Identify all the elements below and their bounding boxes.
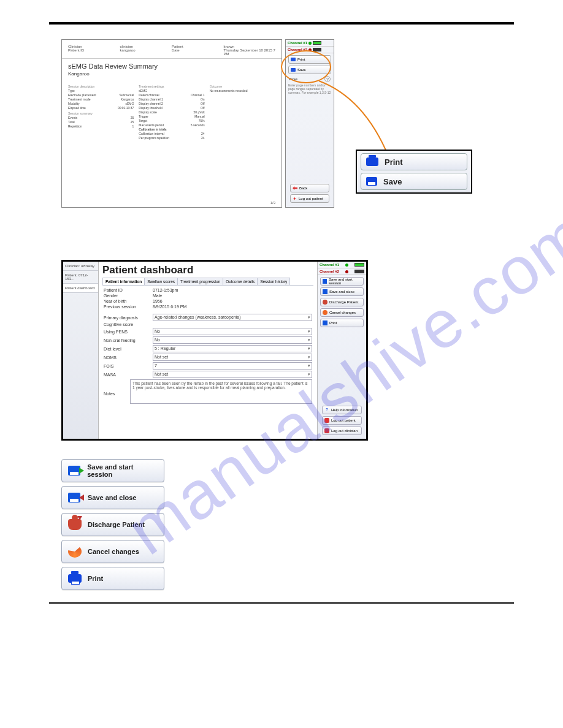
report-header: Clinician clinician Patient known Patien… <box>62 40 282 59</box>
figure-semg-review: Clinician clinician Patient known Patien… <box>49 39 514 229</box>
noms-select[interactable]: Not set▾ <box>153 354 312 361</box>
page-indicator: 1/3 <box>270 201 275 205</box>
print-button[interactable]: Print <box>320 319 364 327</box>
dashboard-right-panel: Channel #1 Channel #2 Save and start ses… <box>317 262 366 439</box>
channel-2-status: Channel #2 <box>286 47 334 53</box>
channel-1-status: Channel #1 <box>286 40 334 47</box>
battery-icon <box>313 48 321 51</box>
yob-value: 1956 <box>153 299 312 303</box>
masa-select[interactable]: Not set▾ <box>153 371 312 378</box>
save-start-button[interactable]: Save and start session <box>320 277 364 286</box>
disk-arrow-icon <box>323 279 327 284</box>
help-icon[interactable]: ? <box>324 76 331 82</box>
pens-select[interactable]: No▾ <box>153 328 312 335</box>
col-heading: Session description <box>68 85 134 88</box>
sidebar-patient: Patient: 0712-153... <box>63 271 98 284</box>
zoom-panel: Print Save <box>356 150 472 194</box>
logout-patient-button[interactable]: ✦ Log out patient <box>290 194 329 203</box>
save-start-session-button[interactable]: Save and start session <box>61 459 164 482</box>
chevron-down-icon: ▾ <box>308 354 310 361</box>
report-title: sEMG Data Review Summary <box>62 59 282 70</box>
tab-session-history[interactable]: Session history <box>257 278 290 285</box>
back-button[interactable]: Back <box>290 184 329 192</box>
discharge-icon <box>68 518 82 531</box>
hdr-val: kangaroo <box>120 48 172 56</box>
logout-clinician-button[interactable]: Log out clinician <box>322 427 362 435</box>
logout-icon <box>324 418 329 423</box>
tab-treatment-progression[interactable]: Treatment progression <box>177 278 223 285</box>
cancel-button[interactable]: Cancel changes <box>320 308 364 317</box>
chevron-down-icon: ▾ <box>308 371 310 378</box>
action-button-list: Save and start session Save and close Di… <box>61 459 514 590</box>
discharge-patient-button[interactable]: Discharge Patient <box>61 513 164 536</box>
status-dot-icon <box>345 270 348 273</box>
top-rule <box>49 22 514 25</box>
status-dot-icon <box>345 264 348 267</box>
col-heading: Session summary <box>68 112 134 115</box>
page-title: Patient dashboard <box>102 264 313 276</box>
disk-icon <box>291 68 296 72</box>
discharge-button[interactable]: Discharge Patient <box>320 298 364 306</box>
fois-select[interactable]: 7▾ <box>153 362 312 370</box>
chevron-down-icon: ▾ <box>308 362 310 370</box>
chevron-down-icon: ▾ <box>308 336 310 344</box>
dashboard-left-sidebar: Clinician: uzinelay Patient: 0712-153...… <box>63 262 99 439</box>
gender-label: Gender <box>104 294 153 298</box>
chevron-down-icon: ▾ <box>308 345 310 352</box>
help-icon: ? <box>324 408 329 412</box>
tab-outcome-details[interactable]: Outcome details <box>223 278 258 285</box>
status-dot-icon <box>308 42 312 45</box>
feeding-select[interactable]: No▾ <box>153 336 312 344</box>
channel-2-status: Channel #2 <box>318 268 366 275</box>
undo-icon <box>68 545 82 558</box>
printer-icon <box>68 572 82 585</box>
report-col-outcome: Outcome No measurements recorded <box>210 83 275 140</box>
battery-icon <box>313 41 321 45</box>
noms-label: NOMS <box>104 355 153 360</box>
notes-textarea[interactable]: This patient has been seen by the rehab … <box>130 379 312 404</box>
save-button[interactable]: Save <box>288 66 331 74</box>
logout-patient-button[interactable]: Log out patient <box>322 416 362 425</box>
help-button[interactable]: ?Help information <box>322 406 362 414</box>
undo-icon <box>323 310 327 315</box>
masa-label: MASA <box>104 373 153 377</box>
battery-icon <box>354 270 364 273</box>
hdr-lbl: Patient ID <box>68 48 120 56</box>
tab-swallow-scores[interactable]: Swallow scores <box>144 278 178 285</box>
sidebar-clinician: Clinician: uzinelay <box>63 262 98 271</box>
cancel-changes-button[interactable]: Cancel changes <box>61 540 164 563</box>
fois-label: FOIS <box>104 364 153 368</box>
disk-icon <box>323 289 327 294</box>
zoom-save-button[interactable]: Save <box>361 173 467 190</box>
print-button[interactable]: Print <box>61 567 164 590</box>
dashboard-tabs: Patient information Swallow scores Treat… <box>102 278 313 286</box>
gender-value: Male <box>153 294 312 298</box>
save-close-button[interactable]: Save and close <box>61 486 164 509</box>
printer-icon <box>366 157 378 166</box>
print-button[interactable]: Print <box>288 55 331 64</box>
sidebar-current[interactable]: Patient dashboard <box>63 284 98 293</box>
bottom-rule <box>49 602 514 604</box>
zoom-print-button[interactable]: Print <box>361 153 467 170</box>
diagnosis-label: Primary diagnosis <box>104 316 153 320</box>
report-side-panel: Channel #1 Channel #2 Print Save Pages ? <box>285 39 334 208</box>
logout-icon <box>324 428 329 433</box>
disk-icon <box>366 177 377 186</box>
pens-label: Using PENS <box>104 330 153 334</box>
chevron-down-icon: ▾ <box>308 314 310 321</box>
printer-icon <box>323 320 327 325</box>
report-col-session: Session description Type Electrode place… <box>68 83 134 140</box>
report-col-treatment: Treatment settings sEMG Detect channelCh… <box>139 83 204 140</box>
prev-session-label: Previous session <box>104 305 153 309</box>
feeding-label: Non-oral feeding <box>104 338 153 343</box>
save-close-button[interactable]: Save and close <box>320 287 364 296</box>
tab-patient-information[interactable]: Patient information <box>102 278 145 285</box>
report-window: Clinician clinician Patient known Patien… <box>61 39 282 208</box>
diagnosis-select[interactable]: Age-related changes (weakness, sarcopeni… <box>153 314 312 321</box>
diet-select[interactable]: 5 : Regular▾ <box>153 345 312 352</box>
patient-id-value: 0712-1:53pm <box>153 288 312 292</box>
diet-label: Diet level <box>104 347 153 351</box>
status-dot-icon <box>308 48 312 51</box>
hdr-val: Thursday September 10 2015 7 PM <box>224 48 276 56</box>
hdr-lbl: Date <box>172 48 224 56</box>
